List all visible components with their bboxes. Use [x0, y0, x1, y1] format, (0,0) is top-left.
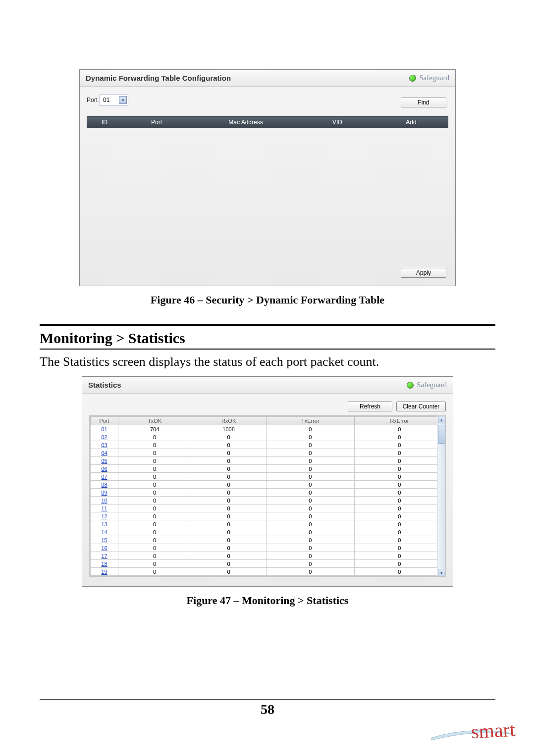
port-link[interactable]: 09 [91, 489, 118, 497]
col-vid: VID [300, 119, 374, 126]
safeguard-dot-icon [409, 75, 416, 82]
port-link[interactable]: 11 [91, 504, 118, 512]
panel-header: Dynamic Forwarding Table Configuration S… [80, 70, 455, 87]
figure-47-caption: Figure 47 – Monitoring > Statistics [40, 594, 495, 607]
section-heading: Monitoring > Statistics [40, 330, 495, 347]
cell-rxerr: 0 [354, 536, 444, 544]
port-link[interactable]: 17 [91, 552, 118, 560]
scrollbar[interactable]: ▴ ▾ [437, 416, 445, 576]
cell-rxok: 0 [191, 449, 267, 457]
cell-txok: 0 [118, 497, 191, 504]
cell-txerr: 0 [266, 489, 354, 497]
cell-rxerr: 0 [354, 560, 444, 568]
table-row: 050000 [91, 457, 445, 465]
find-button[interactable]: Find [401, 98, 446, 107]
col-add: Add [374, 119, 448, 126]
panel-title: Statistics [88, 381, 121, 389]
cell-txerr: 0 [266, 528, 354, 536]
col-txerr[interactable]: TxError [266, 417, 354, 425]
port-link[interactable]: 12 [91, 512, 118, 520]
col-mac: Mac Address [191, 119, 300, 126]
port-link[interactable]: 14 [91, 528, 118, 536]
cell-txok: 0 [118, 441, 191, 449]
port-link[interactable]: 18 [91, 560, 118, 568]
port-select[interactable]: 01 ▾ [100, 95, 128, 105]
table-row: 170000 [91, 552, 445, 560]
cell-rxerr: 0 [354, 497, 444, 504]
figure-46-caption: Figure 46 – Security > Dynamic Forwardin… [40, 294, 495, 306]
safeguard-dot-icon [407, 382, 414, 389]
apply-button[interactable]: Apply [401, 268, 446, 278]
port-link[interactable]: 16 [91, 544, 118, 552]
cell-txerr: 0 [266, 544, 354, 552]
port-link[interactable]: 08 [91, 481, 118, 489]
cell-txok: 0 [118, 544, 191, 552]
scroll-down-icon[interactable]: ▾ [438, 569, 445, 576]
port-link[interactable]: 07 [91, 473, 118, 481]
cell-rxok: 0 [191, 528, 267, 536]
cell-txok: 0 [118, 457, 191, 465]
cell-txerr: 0 [266, 536, 354, 544]
cell-rxok: 0 [191, 457, 267, 465]
statistics-screenshot: Statistics Safeguard Refresh Clear Count… [82, 376, 453, 587]
cell-txerr: 0 [266, 457, 354, 465]
table-row: 130000 [91, 520, 445, 528]
refresh-button[interactable]: Refresh [348, 402, 392, 411]
forwarding-table-body [87, 128, 448, 277]
cell-txerr: 0 [266, 465, 354, 473]
port-link[interactable]: 04 [91, 449, 118, 457]
cell-rxerr: 0 [354, 449, 444, 457]
safeguard-label: Safeguard [417, 381, 447, 389]
cell-rxok: 0 [191, 497, 267, 504]
port-link[interactable]: 19 [91, 568, 118, 576]
divider [40, 324, 495, 326]
cell-rxerr: 0 [354, 504, 444, 512]
cell-txok: 0 [118, 449, 191, 457]
cell-rxok: 0 [191, 544, 267, 552]
col-rxok[interactable]: RxOK [191, 417, 267, 425]
table-row: 160000 [91, 544, 445, 552]
col-rxerr[interactable]: RxError [354, 417, 444, 425]
port-link[interactable]: 06 [91, 465, 118, 473]
cell-txok: 0 [118, 536, 191, 544]
scrollbar-thumb[interactable] [438, 425, 445, 444]
table-row: 120000 [91, 512, 445, 520]
cell-txok: 704 [118, 425, 191, 433]
port-link[interactable]: 03 [91, 441, 118, 449]
table-row: 140000 [91, 528, 445, 536]
cell-txerr: 0 [266, 504, 354, 512]
cell-txok: 0 [118, 433, 191, 441]
cell-txok: 0 [118, 512, 191, 520]
table-row: 020000 [91, 433, 445, 441]
cell-rxerr: 0 [354, 512, 444, 520]
cell-txerr: 0 [266, 441, 354, 449]
table-row: 090000 [91, 489, 445, 497]
cell-rxok: 0 [191, 465, 267, 473]
cell-rxok: 0 [191, 520, 267, 528]
port-link[interactable]: 01 [91, 425, 118, 433]
col-port[interactable]: Port [91, 417, 118, 425]
dynamic-forwarding-screenshot: Dynamic Forwarding Table Configuration S… [79, 69, 456, 286]
col-txok[interactable]: TxOK [118, 417, 191, 425]
cell-rxerr: 0 [354, 528, 444, 536]
cell-txok: 0 [118, 465, 191, 473]
port-link[interactable]: 02 [91, 433, 118, 441]
table-row: 110000 [91, 504, 445, 512]
scroll-up-icon[interactable]: ▴ [438, 416, 445, 423]
statistics-table-wrap: Port TxOK RxOK TxError RxError 017041008… [89, 415, 446, 577]
port-link[interactable]: 05 [91, 457, 118, 465]
cell-rxok: 0 [191, 489, 267, 497]
cell-txok: 0 [118, 568, 191, 576]
port-link[interactable]: 15 [91, 536, 118, 544]
cell-rxerr: 0 [354, 457, 444, 465]
cell-txerr: 0 [266, 425, 354, 433]
cell-rxok: 0 [191, 481, 267, 489]
clear-counter-button[interactable]: Clear Counter [396, 402, 446, 411]
cell-txok: 0 [118, 489, 191, 497]
chevron-down-icon[interactable]: ▾ [119, 96, 127, 104]
smart-logo: smart [471, 718, 516, 744]
statistics-table: Port TxOK RxOK TxError RxError 017041008… [90, 416, 445, 576]
port-link[interactable]: 13 [91, 520, 118, 528]
table-row: 080000 [91, 481, 445, 489]
port-link[interactable]: 10 [91, 497, 118, 504]
